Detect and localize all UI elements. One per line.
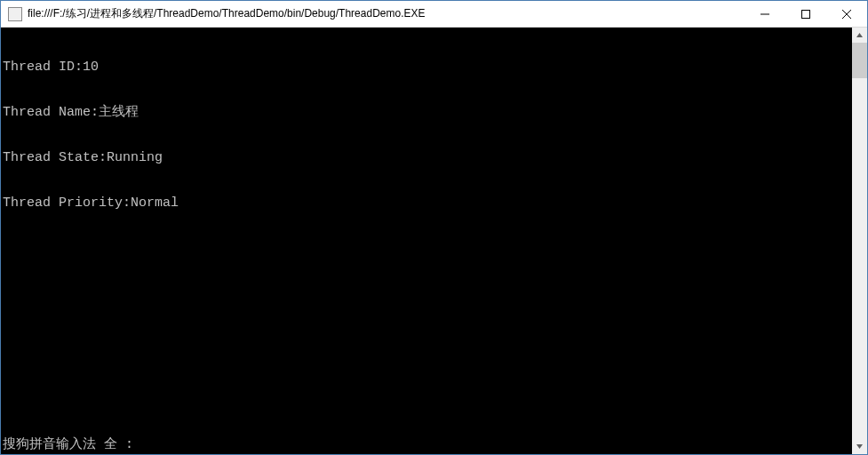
console-line: Thread Priority:Normal [3,196,852,211]
svg-rect-1 [802,10,810,18]
scrollbar-thumb[interactable] [852,43,867,78]
app-icon [8,7,22,21]
scrollbar-track[interactable] [852,43,867,439]
console-line: Thread ID:10 [3,60,852,75]
scroll-up-button[interactable] [852,28,867,43]
client-area: Thread ID:10 Thread Name:主线程 Thread Stat… [1,28,867,454]
scroll-down-button[interactable] [852,439,867,454]
minimize-button[interactable] [745,1,785,27]
close-button[interactable] [826,1,867,27]
window-controls [745,1,867,27]
maximize-button[interactable] [785,1,826,27]
console-output[interactable]: Thread ID:10 Thread Name:主线程 Thread Stat… [1,28,852,454]
svg-marker-5 [856,444,863,449]
console-window: file:///F:/练习/进程和多线程/ThreadDemo/ThreadDe… [0,0,868,455]
console-line: Thread Name:主线程 [3,105,852,120]
vertical-scrollbar[interactable] [852,28,867,454]
svg-marker-4 [856,33,863,37]
console-line: Thread State:Running [3,150,852,165]
ime-status: 搜狗拼音输入法 全 : [3,437,133,452]
window-title: file:///F:/练习/进程和多线程/ThreadDemo/ThreadDe… [28,6,745,21]
titlebar[interactable]: file:///F:/练习/进程和多线程/ThreadDemo/ThreadDe… [1,1,867,28]
